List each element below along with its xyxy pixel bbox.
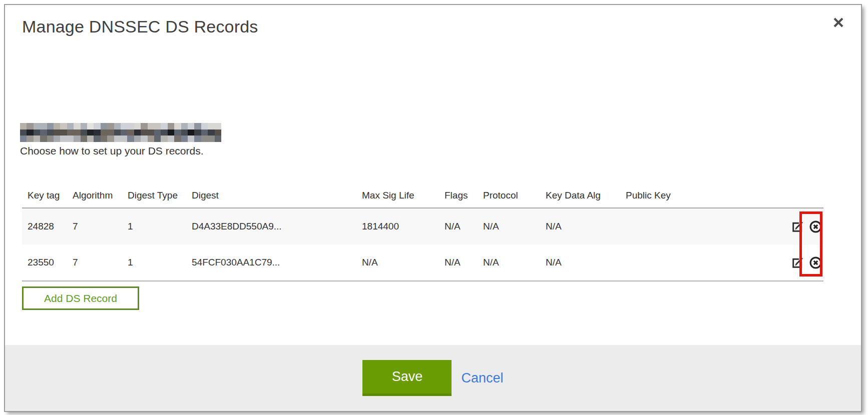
row-actions xyxy=(783,244,823,281)
cell-flags: N/A xyxy=(439,208,478,244)
cell-digest-type: 1 xyxy=(122,208,186,244)
cell-flags: N/A xyxy=(439,244,478,281)
delete-record-button[interactable] xyxy=(809,256,822,270)
col-header-public-key: Public Key xyxy=(620,186,783,208)
cell-key-data-alg: N/A xyxy=(540,208,620,244)
col-header-key-tag: Key tag xyxy=(22,186,67,208)
ds-records-table: Key tag Algorithm Digest Type Digest Max… xyxy=(22,186,823,282)
edit-icon xyxy=(791,220,804,234)
cell-public-key xyxy=(620,244,783,281)
instruction-text: Choose how to set up your DS records. xyxy=(20,145,204,157)
dialog-title: Manage DNSSEC DS Records xyxy=(22,17,258,36)
close-x-icon xyxy=(831,15,846,30)
col-header-actions xyxy=(783,186,823,208)
add-ds-record-button[interactable]: Add DS Record xyxy=(22,286,139,310)
col-header-flags: Flags xyxy=(439,186,478,208)
table-row: 24828 7 1 D4A33E8DD550A9... 1814400 N/A … xyxy=(22,208,823,244)
edit-record-button[interactable] xyxy=(791,220,804,234)
cell-key-tag: 24828 xyxy=(22,208,67,244)
close-button[interactable] xyxy=(830,14,847,31)
cell-public-key xyxy=(620,208,783,244)
delete-circle-x-icon xyxy=(809,256,822,270)
cancel-link[interactable]: Cancel xyxy=(461,370,503,386)
edit-icon xyxy=(791,256,804,270)
cell-key-data-alg: N/A xyxy=(540,244,620,281)
cell-digest: 54FCF030AA1C79... xyxy=(186,244,356,281)
row-actions xyxy=(783,208,823,244)
table-row: 23550 7 1 54FCF030AA1C79... N/A N/A N/A … xyxy=(22,244,823,281)
delete-circle-x-icon xyxy=(809,220,822,234)
col-header-digest-type: Digest Type xyxy=(122,186,186,208)
dialog-footer: Save Cancel xyxy=(5,345,861,411)
col-header-digest: Digest xyxy=(186,186,356,208)
cell-digest: D4A33E8DD550A9... xyxy=(186,208,356,244)
redacted-domain-text xyxy=(20,123,221,142)
cell-protocol: N/A xyxy=(478,208,540,244)
cell-digest-type: 1 xyxy=(122,244,186,281)
edit-record-button[interactable] xyxy=(791,256,804,270)
col-header-max-sig-life: Max Sig Life xyxy=(356,186,439,208)
cell-max-sig-life: N/A xyxy=(356,244,439,281)
col-header-protocol: Protocol xyxy=(478,186,540,208)
cell-max-sig-life: 1814400 xyxy=(356,208,439,244)
delete-record-button[interactable] xyxy=(809,220,822,234)
cell-key-tag: 23550 xyxy=(22,244,67,281)
save-button[interactable]: Save xyxy=(362,360,452,396)
cell-algorithm: 7 xyxy=(67,244,122,281)
cell-algorithm: 7 xyxy=(67,208,122,244)
manage-dnssec-ds-records-dialog: Manage DNSSEC DS Records Choose how to s… xyxy=(4,4,862,412)
col-header-algorithm: Algorithm xyxy=(67,186,122,208)
cell-protocol: N/A xyxy=(478,244,540,281)
table-header-row: Key tag Algorithm Digest Type Digest Max… xyxy=(22,186,823,208)
col-header-key-data-alg: Key Data Alg xyxy=(540,186,620,208)
